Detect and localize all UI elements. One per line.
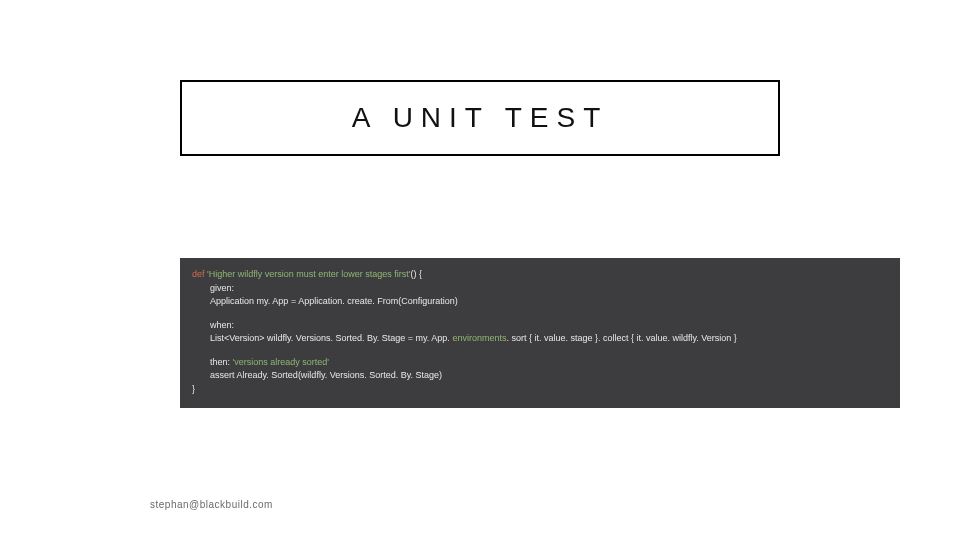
code-def-block: def 'Higher wildfly version must enter l…	[192, 268, 888, 309]
then-string: 'versions already sorted'	[233, 357, 329, 367]
code-when-block: when: List<Version> wildfly. Versions. S…	[192, 319, 888, 346]
when-label: when:	[192, 319, 888, 333]
footer-email: stephan@blackbuild.com	[150, 499, 273, 510]
then-line-1: then: 'versions already sorted'	[192, 356, 888, 370]
test-name-string: 'Higher wildfly version must enter lower…	[207, 269, 411, 279]
code-block: def 'Higher wildfly version must enter l…	[180, 258, 900, 408]
given-label: given:	[192, 282, 888, 296]
slide-title: A UNIT TEST	[192, 102, 768, 134]
def-suffix: () {	[411, 269, 423, 279]
when-prefix: List<Version> wildfly. Versions. Sorted.…	[210, 333, 452, 343]
when-suffix: . sort { it. value. stage }. collect { i…	[506, 333, 736, 343]
code-def-line: def 'Higher wildfly version must enter l…	[192, 268, 888, 282]
code-then-block: then: 'versions already sorted' assert A…	[192, 356, 888, 397]
code-close-brace: }	[192, 383, 888, 397]
when-environments: environments	[452, 333, 506, 343]
then-label: then:	[210, 357, 233, 367]
keyword-def: def	[192, 269, 207, 279]
title-box: A UNIT TEST	[180, 80, 780, 156]
slide: A UNIT TEST def 'Higher wildfly version …	[0, 0, 960, 540]
when-line: List<Version> wildfly. Versions. Sorted.…	[192, 332, 888, 346]
then-assert: assert Already. Sorted(wildfly. Versions…	[192, 369, 888, 383]
given-line: Application my. App = Application. creat…	[192, 295, 888, 309]
